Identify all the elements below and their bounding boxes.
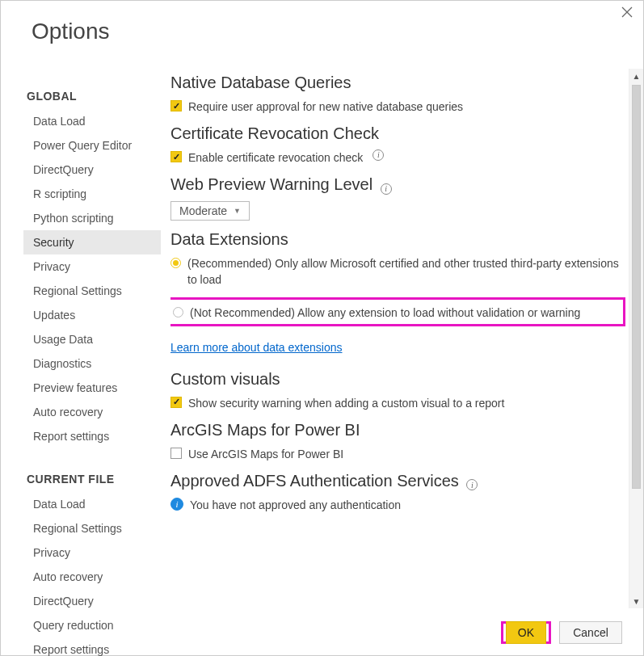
scroll-up-icon[interactable]: ▲	[629, 69, 643, 83]
info-icon[interactable]: i	[373, 149, 384, 161]
checkbox-require-approval[interactable]	[170, 100, 182, 111]
sidebar-item-privacy[interactable]: Privacy	[23, 540, 161, 565]
sidebar-item-privacy[interactable]: Privacy	[23, 254, 161, 279]
radio-recommended[interactable]	[170, 258, 181, 268]
close-icon[interactable]	[621, 6, 635, 20]
radio-not-recommended[interactable]	[173, 307, 183, 317]
scroll-thumb[interactable]	[632, 85, 641, 489]
sidebar: GLOBAL Data LoadPower Query EditorDirect…	[1, 69, 161, 608]
checkbox-visuals-warning[interactable]	[170, 397, 182, 408]
sidebar-item-diagnostics[interactable]: Diagnostics	[23, 351, 161, 376]
sidebar-item-report-settings[interactable]: Report settings	[23, 424, 161, 448]
label-adfs-msg: You have not approved any authentication	[190, 497, 401, 513]
chevron-down-icon: ▼	[234, 207, 241, 215]
select-value: Moderate	[179, 204, 227, 217]
highlight-not-recommended: (Not Recommended) Allow any extension to…	[170, 297, 625, 326]
sidebar-item-regional-settings[interactable]: Regional Settings	[23, 516, 161, 540]
sidebar-item-r-scripting[interactable]: R scripting	[23, 182, 161, 206]
section-title-adfs: Approved ADFS Authentication Services i	[170, 472, 625, 491]
sidebar-item-security[interactable]: Security	[23, 230, 161, 254]
sidebar-item-data-load[interactable]: Data Load	[23, 109, 161, 133]
content-pane: Native Database Queries Require user app…	[161, 69, 643, 608]
info-icon[interactable]: i	[381, 183, 392, 195]
sidebar-item-auto-recovery[interactable]: Auto recovery	[23, 400, 161, 424]
sidebar-item-updates[interactable]: Updates	[23, 303, 161, 327]
label-arcgis: Use ArcGIS Maps for Power BI	[188, 446, 343, 462]
dialog-footer: OK Cancel	[501, 621, 622, 644]
scrollbar[interactable]: ▲ ▼	[629, 69, 643, 608]
dialog-title: Options	[1, 1, 643, 44]
sidebar-item-directquery[interactable]: DirectQuery	[23, 589, 161, 613]
web-preview-select[interactable]: Moderate ▼	[170, 201, 250, 221]
section-title-cert: Certificate Revocation Check	[170, 124, 625, 143]
label-visuals-warning: Show security warning when adding a cust…	[188, 395, 504, 411]
link-learn-more-extensions[interactable]: Learn more about data extensions	[170, 341, 342, 354]
section-title-data-extensions: Data Extensions	[170, 230, 625, 249]
sidebar-item-preview-features[interactable]: Preview features	[23, 376, 161, 400]
scroll-down-icon[interactable]: ▼	[629, 594, 643, 608]
sidebar-item-query-reduction[interactable]: Query reduction	[23, 613, 161, 637]
label-recommended: (Recommended) Only allow Microsoft certi…	[187, 255, 625, 288]
label-require-approval: Require user approval for new native dat…	[188, 99, 463, 115]
label-not-recommended: (Not Recommended) Allow any extension to…	[190, 305, 580, 321]
cancel-button[interactable]: Cancel	[559, 621, 622, 644]
info-icon: i	[170, 498, 183, 511]
sidebar-item-report-settings[interactable]: Report settings	[23, 637, 161, 656]
sidebar-item-power-query-editor[interactable]: Power Query Editor	[23, 133, 161, 158]
sidebar-item-directquery[interactable]: DirectQuery	[23, 158, 161, 182]
highlight-ok: OK	[501, 621, 551, 644]
checkbox-arcgis[interactable]	[170, 448, 182, 459]
sidebar-item-data-load[interactable]: Data Load	[23, 492, 161, 516]
section-title-arcgis: ArcGIS Maps for Power BI	[170, 421, 625, 439]
sidebar-group-current-file: CURRENT FILE	[27, 473, 161, 486]
label-cert-revocation: Enable certificate revocation check	[188, 149, 363, 166]
section-title-native-db: Native Database Queries	[170, 74, 625, 92]
section-title-custom-visuals: Custom visuals	[170, 370, 625, 389]
sidebar-item-auto-recovery[interactable]: Auto recovery	[23, 565, 161, 589]
options-dialog: Options GLOBAL Data LoadPower Query Edit…	[0, 0, 644, 656]
sidebar-item-python-scripting[interactable]: Python scripting	[23, 206, 161, 230]
checkbox-cert-revocation[interactable]	[170, 151, 182, 162]
ok-button[interactable]: OK	[506, 621, 546, 644]
section-title-web-preview: Web Preview Warning Level i	[170, 175, 625, 195]
sidebar-group-global: GLOBAL	[27, 90, 161, 103]
sidebar-item-regional-settings[interactable]: Regional Settings	[23, 279, 161, 303]
sidebar-item-usage-data[interactable]: Usage Data	[23, 327, 161, 351]
info-icon[interactable]: i	[466, 479, 478, 490]
